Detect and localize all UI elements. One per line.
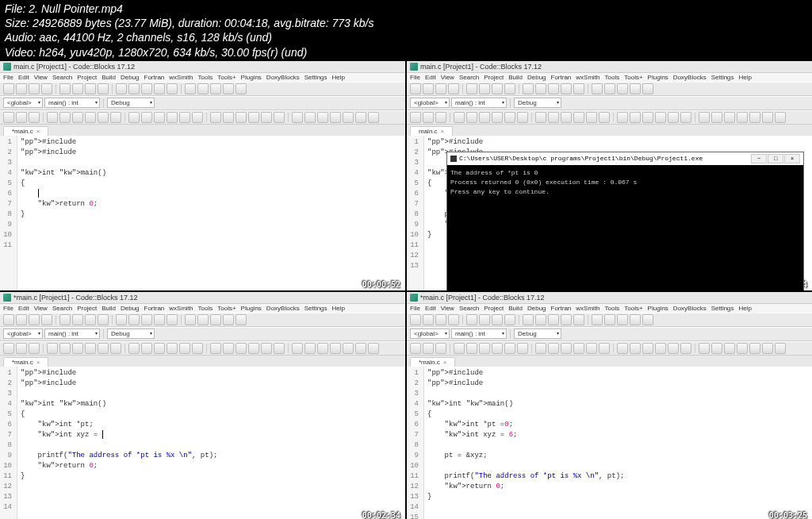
toolbar-button[interactable] <box>141 112 152 123</box>
toolbar-button[interactable] <box>274 343 285 354</box>
toolbar-button[interactable] <box>599 112 610 123</box>
menu-project[interactable]: Project <box>484 74 504 81</box>
menu-tools+[interactable]: Tools+ <box>624 305 642 312</box>
toolbar-button[interactable] <box>128 112 140 123</box>
menu-doxyblocks[interactable]: DoxyBlocks <box>673 305 707 312</box>
toolbar-button[interactable] <box>343 112 354 123</box>
toolbar-button[interactable] <box>59 314 71 325</box>
menu-help[interactable]: Help <box>332 305 345 312</box>
toolbar-button[interactable] <box>680 343 691 354</box>
toolbar-button[interactable] <box>330 112 341 123</box>
menu-debug[interactable]: Debug <box>121 74 140 81</box>
toolbar-button[interactable] <box>72 83 83 94</box>
menu-file[interactable]: File <box>410 74 420 81</box>
toolbar-button[interactable] <box>711 343 722 354</box>
toolbar-button[interactable] <box>29 112 40 123</box>
toolbar-button[interactable] <box>517 112 528 123</box>
toolbar-button[interactable] <box>179 343 190 354</box>
close-icon[interactable]: × <box>441 128 445 135</box>
toolbar-button[interactable] <box>355 112 366 123</box>
toolbar-button[interactable] <box>85 314 96 325</box>
toolbar-button[interactable] <box>479 83 490 94</box>
toolbar-button[interactable] <box>561 314 572 325</box>
toolbar-main[interactable] <box>0 82 405 96</box>
toolbar-debug[interactable] <box>407 110 812 125</box>
toolbar-button[interactable] <box>210 83 221 94</box>
toolbar-button[interactable] <box>368 343 379 354</box>
menu-settings[interactable]: Settings <box>304 74 327 81</box>
toolbar-button[interactable] <box>435 314 446 325</box>
toolbar-button[interactable] <box>548 343 559 354</box>
toolbar-button[interactable] <box>535 343 546 354</box>
toolbar-button[interactable] <box>617 343 628 354</box>
toolbar-button[interactable] <box>116 83 127 94</box>
menu-search[interactable]: Search <box>52 74 72 81</box>
toolbar-button[interactable] <box>699 112 710 123</box>
toolbar-button[interactable] <box>655 112 666 123</box>
toolbar-button[interactable] <box>749 343 760 354</box>
menu-build[interactable]: Build <box>102 74 116 81</box>
toolbar-button[interactable] <box>599 343 610 354</box>
scope-func-dropdown[interactable]: main() : int <box>451 98 507 108</box>
toolbar-button[interactable] <box>85 83 96 94</box>
menu-tools[interactable]: Tools <box>198 305 213 312</box>
toolbar-button[interactable] <box>16 83 27 94</box>
toolbar-button[interactable] <box>248 112 259 123</box>
toolbar-button[interactable] <box>737 112 748 123</box>
menu-file[interactable]: File <box>3 305 13 312</box>
toolbar-button[interactable] <box>98 83 109 94</box>
menu-file[interactable]: File <box>3 74 13 81</box>
toolbar-button[interactable] <box>504 83 515 94</box>
toolbar-button[interactable] <box>343 343 354 354</box>
toolbar-button[interactable] <box>236 83 247 94</box>
toolbar-button[interactable] <box>128 83 140 94</box>
toolbar-button[interactable] <box>98 314 109 325</box>
close-icon[interactable]: × <box>36 128 40 135</box>
toolbar-button[interactable] <box>210 343 221 354</box>
toolbar-main[interactable] <box>0 313 405 327</box>
menu-fortran[interactable]: Fortran <box>551 74 572 81</box>
toolbar-button[interactable] <box>775 343 786 354</box>
toolbar-button[interactable] <box>668 343 679 354</box>
toolbar-button[interactable] <box>223 112 234 123</box>
toolbar-button[interactable] <box>167 314 178 325</box>
toolbar-button[interactable] <box>261 112 272 123</box>
toolbar-button[interactable] <box>523 314 534 325</box>
toolbar-button[interactable] <box>535 314 546 325</box>
scope-func-dropdown[interactable]: main() : int <box>44 98 100 108</box>
toolbar-button[interactable] <box>59 112 71 123</box>
menu-plugins[interactable]: Plugins <box>648 305 668 312</box>
toolbar-main[interactable] <box>407 82 812 96</box>
toolbar-button[interactable] <box>223 343 234 354</box>
tab-main-c[interactable]: *main.c× <box>3 126 48 136</box>
toolbar-button[interactable] <box>548 83 559 94</box>
toolbar-button[interactable] <box>517 343 528 354</box>
toolbar-button[interactable] <box>3 314 14 325</box>
toolbar-button[interactable] <box>154 314 165 325</box>
menu-debug[interactable]: Debug <box>527 74 546 81</box>
toolbar-button[interactable] <box>749 112 760 123</box>
toolbar-button[interactable] <box>16 343 27 354</box>
toolbar-button[interactable] <box>59 83 71 94</box>
toolbar-button[interactable] <box>154 112 165 123</box>
toolbar-button[interactable] <box>29 314 40 325</box>
toolbar-button[interactable] <box>711 112 722 123</box>
toolbar-button[interactable] <box>236 343 247 354</box>
toolbar-button[interactable] <box>274 112 285 123</box>
toolbar-button[interactable] <box>16 314 27 325</box>
toolbar-button[interactable] <box>573 343 584 354</box>
toolbar-button[interactable] <box>535 83 546 94</box>
toolbar-button[interactable] <box>304 112 316 123</box>
toolbar-button[interactable] <box>423 83 434 94</box>
toolbar-button[interactable] <box>435 343 446 354</box>
toolbar-button[interactable] <box>223 83 234 94</box>
tab-main-c[interactable]: *main.c× <box>3 357 48 367</box>
menu-tools+[interactable]: Tools+ <box>624 74 642 81</box>
toolbar-button[interactable] <box>535 112 546 123</box>
toolbar-button[interactable] <box>167 83 178 94</box>
toolbar-button[interactable] <box>561 343 572 354</box>
toolbar-button[interactable] <box>642 83 653 94</box>
close-icon[interactable]: × <box>443 359 447 366</box>
toolbar-button[interactable] <box>292 343 303 354</box>
toolbar-button[interactable] <box>236 314 247 325</box>
